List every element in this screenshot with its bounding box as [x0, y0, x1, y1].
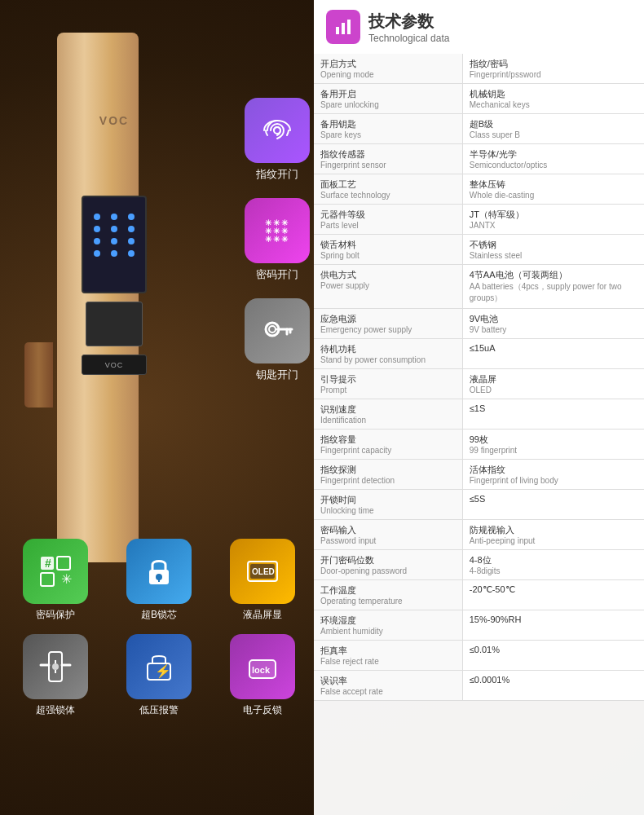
spec-value-0: 指纹/密码 Fingerprint/pssword — [462, 54, 644, 84]
spec-value-cn-8: 9V电池 — [470, 313, 637, 325]
spec-value-16: 4-8位 4-8digits — [462, 550, 644, 580]
spec-cn-2: 备用钥匙 — [320, 118, 456, 130]
spec-value-19: ≤0.01% — [462, 641, 644, 671]
spec-name-10: 引导提示 Prompt — [314, 369, 462, 399]
svg-text:✳: ✳ — [281, 235, 289, 244]
spec-cn-12: 指纹容量 — [320, 434, 456, 446]
spec-value-cn-16: 4-8位 — [470, 554, 637, 566]
spec-value-6: 不锈钢 Stainless steel — [462, 235, 644, 265]
spec-value-cn-5: JT（特军级） — [470, 209, 637, 221]
low-voltage-icon: ⚡ — [126, 634, 192, 699]
key-7 — [94, 238, 100, 244]
spec-value-8: 9V电池 9V battery — [462, 309, 644, 339]
spec-cn-10: 引导提示 — [320, 373, 456, 385]
spec-value-en-1: Mechanical keys — [470, 100, 637, 109]
password-icon-box: ✳ ✳ ✳ ✳ ✳ ✳ ✳ ✳ ✳ — [245, 198, 310, 263]
lock-fingerprint-sensor — [86, 302, 143, 346]
svg-text:OLED: OLED — [252, 567, 275, 576]
spec-row-2: 备用钥匙 Spare keys 超B级 Class super B — [314, 114, 644, 144]
spec-cn-6: 锁舌材料 — [320, 239, 456, 251]
lock-brand: VOC — [77, 114, 151, 127]
svg-rect-38 — [342, 23, 345, 34]
bottom-row-2: 超强锁体 ⚡ 低压报警 — [4, 634, 314, 717]
fingerprint-svg — [259, 112, 295, 148]
spec-value-cn-9: ≤15uA — [470, 343, 637, 353]
spec-en-11: Identification — [320, 416, 456, 425]
left-panel: VOC SMARTLOCK VOC — [0, 0, 318, 815]
bottom-e-lock: lock 电子反锁 — [223, 634, 301, 717]
header-title-cn: 技术参数 — [368, 11, 449, 33]
spec-name-6: 锁舌材料 Spring bolt — [314, 235, 462, 265]
spec-value-cn-1: 机械钥匙 — [470, 88, 637, 100]
spec-value-cn-14: ≤5S — [470, 494, 637, 504]
spec-row-15: 密码输入 Password input 防规视输入 Anti-peeping i… — [314, 520, 644, 550]
e-lock-svg: lock — [245, 649, 280, 685]
specs-table: 开启方式 Opening mode 指纹/密码 Fingerprint/pssw… — [314, 54, 644, 701]
bottom-oled: OLED 液晶屏显 — [223, 539, 301, 622]
password-protect-icon: ✳ # — [23, 539, 88, 604]
spec-name-2: 备用钥匙 Spare keys — [314, 114, 462, 144]
spec-cn-20: 误识率 — [320, 675, 456, 687]
spec-value-en-6: Stainless steel — [470, 251, 637, 260]
spec-name-11: 识别速度 Identification — [314, 399, 462, 430]
spec-value-en-5: JANTX — [470, 221, 637, 230]
spec-row-12: 指纹容量 Fingerprint capacity 99枚 99 fingerp… — [314, 430, 644, 460]
spec-name-8: 应急电源 Emergency power supply — [314, 309, 462, 339]
bottom-row-1: ✳ # 密码保护 超B锁芯 — [4, 539, 314, 622]
spec-cn-13: 指纹探测 — [320, 464, 456, 476]
spec-name-19: 拒真率 False reject rate — [314, 641, 462, 671]
spec-cn-19: 拒真率 — [320, 645, 456, 657]
spec-en-9: Stand by power consumption — [320, 355, 456, 364]
spec-en-14: Unlocking time — [320, 506, 456, 515]
svg-text:⚡: ⚡ — [155, 663, 171, 679]
spec-en-10: Prompt — [320, 385, 456, 394]
spec-value-7: 4节AA电池（可装两组） AA batteries（4pcs，supply po… — [462, 265, 644, 309]
svg-point-29 — [52, 663, 59, 670]
spec-en-19: False reject rate — [320, 657, 456, 666]
spec-en-8: Emergency power supply — [320, 325, 456, 334]
spec-row-6: 锁舌材料 Spring bolt 不锈钢 Stainless steel — [314, 235, 644, 265]
spec-name-5: 元器件等级 Parts level — [314, 205, 462, 235]
spec-en-5: Parts level — [320, 221, 456, 230]
spec-cn-14: 开锁时间 — [320, 494, 456, 506]
lock-core-label: 超B锁芯 — [141, 608, 177, 622]
spec-cn-5: 元器件等级 — [320, 209, 456, 221]
spec-cn-9: 待机功耗 — [320, 343, 456, 355]
strong-lock-icon — [23, 634, 88, 699]
spec-row-5: 元器件等级 Parts level JT（特军级） JANTX — [314, 205, 644, 235]
spec-value-en-2: Class super B — [470, 130, 637, 139]
lock-core-icon — [126, 539, 192, 604]
spec-name-0: 开启方式 Opening mode — [314, 54, 462, 84]
key-1 — [94, 214, 100, 220]
spec-row-7: 供电方式 Power supply 4节AA电池（可装两组） AA batter… — [314, 265, 644, 309]
spec-en-18: Ambient humidity — [320, 627, 456, 636]
spec-name-16: 开门密码位数 Door-opening password — [314, 550, 462, 580]
right-panel: 技术参数 Technological data 开启方式 Opening mod… — [314, 0, 644, 815]
key-9 — [128, 238, 135, 244]
svg-rect-37 — [336, 27, 339, 34]
spec-value-13: 活体指纹 Fingerprint of living body — [462, 460, 644, 490]
spec-value-1: 机械钥匙 Mechanical keys — [462, 84, 644, 114]
spec-row-14: 开锁时间 Unlocking time ≤5S — [314, 490, 644, 520]
spec-name-7: 供电方式 Power supply — [314, 265, 462, 309]
spec-value-18: 15%-90%RH — [462, 610, 644, 641]
svg-text:#: # — [45, 557, 51, 570]
spec-row-8: 应急电源 Emergency power supply 9V电池 9V batt… — [314, 309, 644, 339]
spec-name-12: 指纹容量 Fingerprint capacity — [314, 430, 462, 460]
spec-value-5: JT（特军级） JANTX — [462, 205, 644, 235]
spec-value-10: 液晶屏 OLED — [462, 369, 644, 399]
spec-row-19: 拒真率 False reject rate ≤0.01% — [314, 641, 644, 671]
spec-value-12: 99枚 99 fingerprint — [462, 430, 644, 460]
oled-label: 液晶屏显 — [243, 608, 282, 622]
spec-name-9: 待机功耗 Stand by power consumption — [314, 339, 462, 369]
spec-row-11: 识别速度 Identification ≤1S — [314, 399, 644, 430]
spec-en-2: Spare keys — [320, 130, 456, 139]
feature-fingerprint: 指纹开门 — [245, 98, 310, 182]
spec-value-en-16: 4-8digits — [470, 566, 637, 575]
spec-value-en-7: AA batteries（4pcs，supply power for two g… — [470, 281, 637, 304]
spec-value-cn-3: 半导体/光学 — [470, 148, 637, 161]
spec-value-cn-4: 整体压铸 — [470, 178, 637, 191]
strong-lock-label: 超强锁体 — [36, 703, 75, 717]
spec-value-cn-18: 15%-90%RH — [470, 615, 637, 624]
spec-en-7: Power supply — [320, 281, 456, 290]
